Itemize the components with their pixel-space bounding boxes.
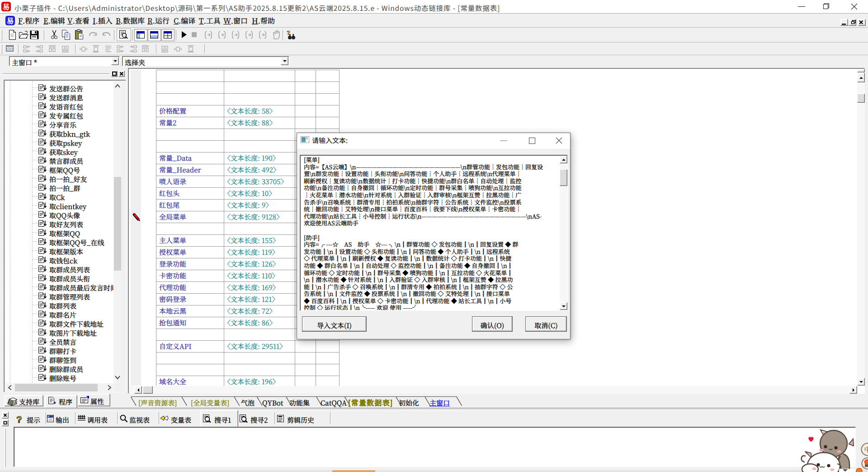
svg-text:?: ? [16,414,22,424]
svg-text:易: 易 [6,16,14,25]
svg-text:中: 中 [864,444,868,454]
svg-text:易: 易 [2,2,9,11]
